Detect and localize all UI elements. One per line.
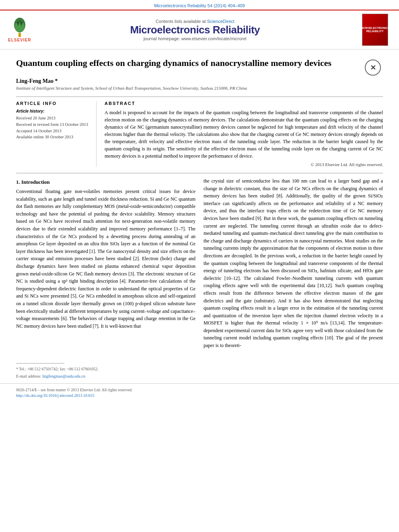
footnote-section: * Tel.: +86 512 67501742; fax: +86 512 6…	[0, 363, 399, 379]
journal-cover-thumbnail: MICROELECTRONICS RELIABILITY	[359, 14, 391, 46]
elsevier-logo: ELSEVIER	[8, 18, 31, 42]
author-name: Ling-Feng Mao *	[16, 78, 383, 84]
revised-date: Received in revised form 13 October 2013	[16, 121, 90, 128]
thumbnail-text: MICROELECTRONICS RELIABILITY	[360, 27, 390, 33]
section1-heading: 1. Introduction	[16, 179, 195, 185]
article-title: Quantum coupling effects on charging dyn…	[16, 58, 331, 69]
email-link[interactable]: lingfengmao@suda.edu.cn	[42, 374, 85, 378]
body-left-column: 1. Introduction Conventional floating ga…	[16, 177, 195, 353]
body-right-text: the crystal size of semiconductor less t…	[204, 177, 383, 349]
article-info-heading: ARTICLE INFO	[16, 101, 90, 106]
journal-homepage: journal homepage: www.elsevier.com/locat…	[31, 36, 359, 41]
available-date: Available online 30 October 2013	[16, 134, 90, 140]
svg-rect-0	[19, 33, 21, 37]
page-footer: 0026-2714/$ – see front matter © 2013 El…	[0, 383, 399, 403]
doi-line[interactable]: http://dx.doi.org/10.1016/j.microrel.201…	[16, 393, 383, 398]
doi-link[interactable]: http://dx.doi.org/10.1016/j.microrel.201…	[16, 393, 95, 398]
copyright-line: © 2013 Elsevier Ltd. All rights reserved…	[105, 162, 383, 167]
crossmark-icon: ⨯	[365, 60, 381, 76]
received-date: Received 20 June 2013	[16, 115, 90, 121]
sciencedirect-link[interactable]: ScienceDirect	[207, 19, 234, 24]
thumbnail-image: MICROELECTRONICS RELIABILITY	[362, 14, 388, 46]
accepted-date: Accepted 14 October 2013	[16, 128, 90, 134]
crossmark-area: ⨯	[363, 60, 383, 76]
article-info-column: ARTICLE INFO Article history: Received 2…	[16, 101, 97, 167]
journal-logo-area: ELSEVIER	[8, 18, 31, 42]
article-meta-row: ARTICLE INFO Article history: Received 2…	[16, 101, 383, 167]
journal-title: Microelectronics Reliability	[31, 24, 359, 36]
elsevier-tree-icon	[10, 18, 30, 38]
journal-reference: Microelectronics Reliability 54 (2014) 4…	[0, 0, 399, 10]
footnote-email: E-mail address: lingfengmao@suda.edu.cn	[16, 373, 383, 379]
sciencedirect-line: Contents lists available at ScienceDirec…	[31, 19, 359, 24]
abstract-column: ABSTRACT A model is proposed to account …	[105, 101, 383, 167]
article-title-section: Quantum coupling effects on charging dyn…	[16, 58, 383, 76]
body-columns: 1. Introduction Conventional floating ga…	[16, 177, 383, 353]
abstract-text: A model is proposed to account for the i…	[105, 109, 383, 160]
abstract-heading: ABSTRACT	[105, 101, 383, 106]
section-divider-body	[16, 173, 383, 173]
body-right-column: the crystal size of semiconductor less t…	[204, 177, 383, 353]
author-affiliation: Institute of Intelligent Structure and S…	[16, 86, 383, 90]
body-left-text: Conventional floating gate non-volatiles…	[16, 188, 195, 330]
elsevier-label: ELSEVIER	[8, 38, 31, 42]
journal-header: ELSEVIER Contents lists available at Sci…	[0, 10, 399, 49]
footnote-contact: * Tel.: +86 512 67501742; fax: +86 512 6…	[16, 366, 383, 372]
issn-line: 0026-2714/$ – see front matter © 2013 El…	[16, 388, 383, 392]
article-history-label: Article history:	[16, 109, 90, 113]
journal-title-area: Contents lists available at ScienceDirec…	[31, 19, 359, 41]
section-divider-top	[16, 97, 383, 97]
footnote-divider	[16, 363, 64, 364]
main-content: Quantum coupling effects on charging dyn…	[0, 49, 399, 361]
